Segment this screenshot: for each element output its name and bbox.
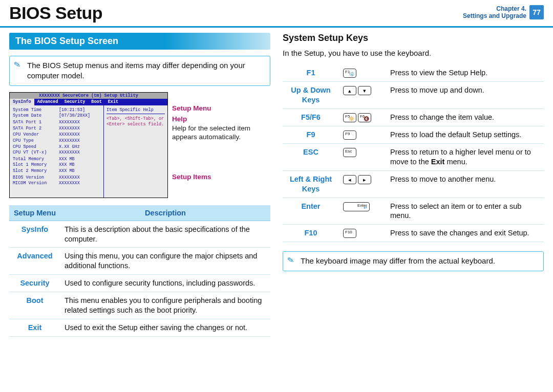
chapter-subtitle: Settings and Upgrade	[463, 12, 526, 19]
key-icons: ◂▸	[339, 170, 386, 198]
right-column: System Setup Keys In the Setup, you have…	[283, 33, 544, 337]
chapter-label: Chapter 4.	[463, 5, 526, 12]
key-desc: Press to move to another menu.	[386, 170, 544, 198]
menu-desc: This is a description about the basic sp…	[60, 221, 270, 248]
keycap-icon: ▸	[358, 175, 371, 184]
keycap-icon: ▴	[343, 86, 356, 95]
bios-row: System Time[10:21:53]	[13, 107, 100, 113]
bios-menu-item: SysInfo	[10, 99, 34, 105]
keycap-icon: F9	[343, 130, 356, 140]
keycap-icon: F10	[343, 229, 356, 238]
bios-help-panel: Item Specific Help <Tab>, <Shift-Tab>, o…	[103, 105, 167, 198]
bios-screenshot: XXXXXXXX SecureCore (tm) Setup Utility S…	[9, 92, 168, 198]
key-icons: Enter↵	[339, 198, 386, 225]
keys-intro: In the Setup, you have to use the keyboa…	[283, 49, 544, 57]
table-row: AdvancedUsing this menu, you can configu…	[9, 248, 270, 275]
key-name: F10	[283, 225, 339, 242]
key-icons: ▴▾	[339, 82, 386, 109]
key-name: Left & Right Keys	[283, 170, 339, 198]
key-desc: Press to select an item or to enter a su…	[386, 198, 544, 225]
key-name: F5/F6	[283, 108, 339, 126]
key-desc: Press to save the changes and exit Setup…	[386, 225, 544, 242]
bios-utility-title: XXXXXXXX SecureCore (tm) Setup Utility	[10, 93, 167, 99]
bios-figure: XXXXXXXX SecureCore (tm) Setup Utility S…	[9, 92, 270, 198]
key-icons: F1🛈	[339, 64, 386, 82]
bios-menu-item: Exit	[105, 99, 121, 105]
table-row: Up & Down Keys▴▾Press to move up and dow…	[283, 82, 544, 109]
bios-menu-bar: SysInfoAdvancedSecurityBootExit	[10, 99, 167, 105]
key-icons: F9	[339, 126, 386, 144]
section-heading-right: System Setup Keys	[283, 33, 544, 43]
key-desc: Press to load the default Setup settings…	[386, 126, 544, 144]
bios-row: MICOM VersionXXXXXXXX	[13, 181, 100, 186]
bios-callouts: Setup Menu Help Help for the selected it…	[172, 92, 270, 198]
bios-help-header: Item Specific Help	[107, 107, 165, 115]
left-column: The BIOS Setup Screen The BIOS Setup men…	[9, 33, 270, 337]
key-name: Up & Down Keys	[283, 82, 339, 109]
bios-row: Slot 2 MemoryXXX MB	[13, 168, 100, 174]
bios-row: CPU SpeedX.XX GHz	[13, 144, 100, 150]
setup-menu-th-desc: Description	[60, 205, 270, 221]
keycap-icon: F1🛈	[343, 69, 356, 78]
callout-help-text: Help for the selected item appears autom…	[172, 124, 270, 142]
page-number: 77	[529, 5, 544, 19]
bios-menu-item: Advanced	[34, 99, 61, 105]
bios-row: Total MemoryXXX MB	[13, 157, 100, 162]
bios-row: CPU TypeXXXXXXXX	[13, 138, 100, 144]
key-name: ESC	[283, 144, 339, 171]
menu-desc: This menu enables you to configure perip…	[60, 292, 270, 319]
table-row: F1F1🛈Press to view the Setup Help.	[283, 64, 544, 82]
menu-name: Exit	[9, 319, 60, 336]
bios-help-body: <Tab>, <Shift-Tab>, or <Enter> selects f…	[107, 116, 165, 127]
key-desc: Press to return to a higher level menu o…	[386, 144, 544, 171]
table-row: F10F10Press to save the changes and exit…	[283, 225, 544, 242]
table-row: ESCEscPress to return to a higher level …	[283, 144, 544, 171]
menu-desc: Used to exit the Setup either saving the…	[60, 319, 270, 336]
table-row: SecurityUsed to configure security funct…	[9, 275, 270, 292]
section-heading-left: The BIOS Setup Screen	[9, 33, 270, 50]
note-keyboard-differ: The keyboard image may differ from the a…	[283, 251, 544, 271]
bios-items-panel: System Time[10:21:53]System Date[07/30/2…	[10, 105, 103, 198]
page-title: BIOS Setup	[9, 3, 102, 26]
menu-desc: Using this menu, you can configure the m…	[60, 248, 270, 275]
table-row: F5/F6F5🔆F6🔇Press to change the item valu…	[283, 108, 544, 126]
menu-name: Boot	[9, 292, 60, 319]
key-icons: Esc	[339, 144, 386, 171]
page-header: BIOS Setup Chapter 4. Settings and Upgra…	[0, 0, 553, 28]
bios-row: SATA Port 2XXXXXXXX	[13, 126, 100, 132]
callout-setup-items: Setup Items	[172, 173, 270, 181]
table-row: EnterEnter↵Press to select an item or to…	[283, 198, 544, 225]
note-bios-differ: The BIOS Setup menus and items may diffe…	[9, 56, 270, 86]
keycap-icon: Esc	[343, 148, 356, 157]
bios-row: CPU VenderXXXXXXXX	[13, 132, 100, 138]
menu-desc: Used to configure security functions, in…	[60, 275, 270, 292]
table-row: ExitUsed to exit the Setup either saving…	[9, 319, 270, 336]
keycap-icon: F6🔇	[358, 113, 371, 122]
bios-row: System Date[07/30/20XX]	[13, 113, 100, 119]
key-desc: Press to move up and down.	[386, 82, 544, 109]
table-row: BootThis menu enables you to configure p…	[9, 292, 270, 319]
bios-menu-item: Boot	[88, 99, 104, 105]
callout-help-title: Help	[172, 115, 270, 123]
menu-name: SysInfo	[9, 221, 60, 248]
keycap-icon: ▾	[358, 86, 371, 95]
bios-row: BIOS VersionXXXXXXXX	[13, 175, 100, 181]
key-name: F9	[283, 126, 339, 144]
chapter-box: Chapter 4. Settings and Upgrade 77	[463, 3, 544, 19]
key-name: Enter	[283, 198, 339, 225]
callout-setup-menu: Setup Menu	[172, 104, 270, 112]
keycap-icon: Enter↵	[343, 202, 370, 211]
key-desc: Press to change the item value.	[386, 108, 544, 126]
bios-menu-item: Security	[61, 99, 89, 105]
menu-name: Advanced	[9, 248, 60, 275]
bios-row: CPU VT (VT-x)XXXXXXXX	[13, 150, 100, 156]
key-name: F1	[283, 64, 339, 82]
bios-row: SATA Port 1XXXXXXXX	[13, 120, 100, 125]
setup-menu-table: Setup Menu Description SysInfoThis is a …	[9, 205, 270, 337]
bios-row: Slot 1 MemoryXXX MB	[13, 162, 100, 168]
setup-menu-th-name: Setup Menu	[9, 205, 60, 221]
menu-name: Security	[9, 275, 60, 292]
keycap-icon: ◂	[343, 175, 356, 184]
table-row: Left & Right Keys◂▸Press to move to anot…	[283, 170, 544, 198]
keycap-icon: F5🔆	[343, 113, 356, 122]
